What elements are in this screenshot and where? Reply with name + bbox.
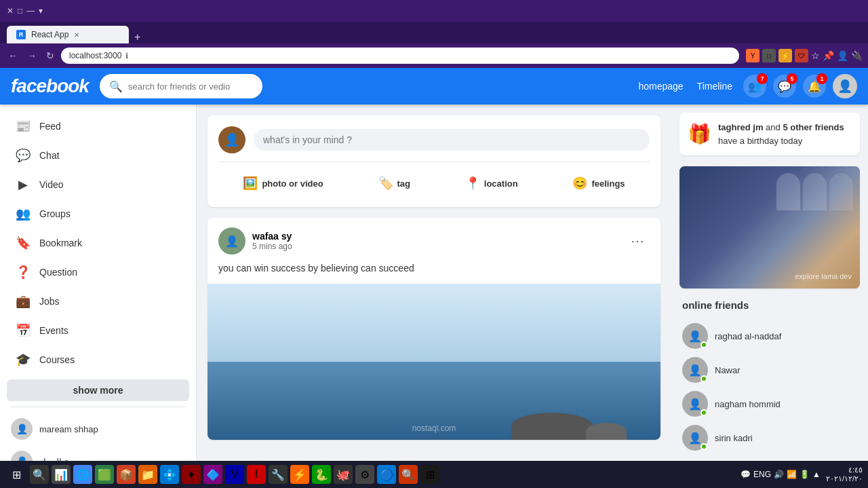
taskbar-app-5[interactable]: ♦ [182,465,201,484]
taskbar-app-4[interactable]: 💠 [160,465,179,484]
online-friend-1[interactable]: 👤 raghad al-naddaf [679,319,860,353]
taskbar-app-14[interactable]: 🔵 [377,465,396,484]
volume-icon[interactable]: 🔊 [774,470,784,479]
homepage-link[interactable]: homepage [638,81,683,92]
sidebar-label-bookmark: Bookmark [39,238,82,248]
close-btn[interactable]: ✕ [7,6,14,16]
friend-item-1[interactable]: 👤 maream shhap [0,413,196,445]
ext-icon-1[interactable]: Y [746,49,760,62]
sidebar-item-groups[interactable]: 👥 Groups [4,200,192,228]
ext-icon-2[interactable]: □ [762,49,776,62]
sidebar-label-events: Events [39,325,68,336]
active-tab[interactable]: R React App ✕ [7,26,129,43]
taskbar-app-7[interactable]: V [225,465,244,484]
ext-icon-3[interactable]: ⚡ [778,49,792,62]
online-dot-3 [701,409,707,416]
feelings-icon: 😊 [572,176,587,191]
taskbar-app-3[interactable]: 📁 [138,465,157,484]
search-input[interactable] [128,81,253,92]
system-tray: 💬 ENG 🔊 📶 🔋 ▲ [741,470,821,479]
online-friend-3[interactable]: 👤 nagham hommid [679,387,860,421]
refresh-button[interactable]: ↻ [43,49,57,62]
min-btn[interactable]: □ [18,6,22,16]
chat-tray-icon[interactable]: 💬 [741,470,751,479]
pin-icon[interactable]: 📌 [823,50,834,61]
star-icon[interactable]: ☆ [811,50,820,61]
start-button[interactable]: ⊞ [5,464,27,485]
taskbar-search[interactable]: 🔍 [30,465,49,484]
user-avatar[interactable]: 👤 [833,74,857,98]
info-icon[interactable]: ℹ [125,52,128,60]
messages-badge: 5 [787,73,797,84]
taskbar-app-11[interactable]: 🐍 [312,465,331,484]
online-name-1: raghad al-naddaf [715,331,781,341]
sidebar-label-jobs: Jobs [39,296,60,307]
taskbar-app-2[interactable]: 📦 [117,465,136,484]
sidebar-item-chat[interactable]: 💬 Chat [4,141,192,170]
feelings-action[interactable]: 😊 feelings [561,170,635,196]
location-action[interactable]: 📍 location [454,170,529,196]
ext-icon-4[interactable]: 🛡 [795,49,808,62]
show-more-button[interactable]: show more [7,379,189,401]
max-btn[interactable]: — [26,6,35,16]
address-bar[interactable]: localhost:3000 ℹ [61,48,739,64]
ad-card[interactable]: cold, smooth & tasty. explore lama dev [679,166,860,288]
tab-close-icon[interactable]: ✕ [74,31,79,39]
search-bar[interactable]: 🔍 [100,74,262,98]
new-tab-button[interactable]: + [134,31,140,43]
tag-action[interactable]: 🏷️ tag [368,170,422,196]
sidebar-item-video[interactable]: ▶ Video [4,170,192,199]
sidebar-label-chat: Chat [39,150,60,161]
birthday-name[interactable]: taghred jm [718,122,763,132]
taskbar-app-1[interactable]: 🟩 [95,465,114,484]
sidebar-item-events[interactable]: 📅 Events [4,316,192,345]
friends-icon-btn[interactable]: 👥 7 [743,75,766,98]
online-avatar-1: 👤 [682,323,708,349]
network-icon[interactable]: 📶 [787,470,797,479]
online-avatar-2: 👤 [682,357,708,383]
taskbar-app-16[interactable]: ⊞ [420,465,439,484]
sidebar-item-question[interactable]: ❓ Question [4,258,192,286]
chevron-down-icon[interactable]: ▾ [39,6,43,16]
battery-icon[interactable]: 🔋 [800,470,810,479]
window-controls[interactable]: ✕ □ — ▾ [7,6,43,16]
lang-icon[interactable]: ENG [753,470,771,479]
forward-button[interactable]: → [24,49,39,62]
extensions-icon[interactable]: 🔌 [851,50,863,61]
profile-icon[interactable]: 👤 [837,50,848,61]
taskbar-app-13[interactable]: ⚙ [355,465,374,484]
taskbar-widgets[interactable]: 📊 [52,465,71,484]
taskbar-app-6[interactable]: 🔷 [203,465,222,484]
chat-icon: 💬 [15,148,31,163]
post-menu-icon[interactable]: ⋯ [625,230,650,252]
tag-label: tag [397,179,411,189]
online-friends-section: online friends 👤 raghad al-naddaf 👤 Nawa… [679,299,860,455]
sidebar-item-courses[interactable]: 🎓 Courses [4,345,192,374]
messages-icon-btn[interactable]: 💬 5 [773,75,796,98]
sidebar-item-bookmark[interactable]: 🔖 Bookmark [4,229,192,257]
post-input-field[interactable] [254,129,650,151]
taskbar-app-12[interactable]: 🐙 [334,465,353,484]
taskbar-app-15[interactable]: 🔍 [399,465,418,484]
taskbar-app-8[interactable]: I [247,465,266,484]
tab-favicon: R [16,30,26,39]
back-button[interactable]: ← [5,49,20,62]
photo-video-action[interactable]: 🖼️ photo or video [232,170,334,196]
birthday-others: 5 other friends [783,122,844,132]
timeline-link[interactable]: Timeline [697,81,732,92]
online-friend-2[interactable]: 👤 Nawar [679,353,860,387]
taskbar-app-9[interactable]: 🔧 [269,465,288,484]
sidebar-label-video: Video [39,179,64,190]
notifications-icon-btn[interactable]: 🔔 1 [803,75,826,98]
sea-sky [208,284,660,370]
taskbar-app-10[interactable]: ⚡ [290,465,309,484]
show-desktop-icon[interactable]: ▲ [812,470,821,479]
online-dot-1 [701,341,707,348]
sidebar-item-jobs[interactable]: 💼 Jobs [4,287,192,316]
post-user-info: wafaa sy 5 mins ago [252,231,618,251]
sidebar-item-feed[interactable]: 📰 Feed [4,112,192,140]
taskbar-chrome[interactable]: 🌐 [73,465,92,484]
online-friend-4[interactable]: 👤 sirin kadri [679,421,860,455]
post-user-name[interactable]: wafaa sy [252,231,618,242]
sidebar: 📰 Feed 💬 Chat ▶ Video 👥 Groups 🔖 Bookmar… [0,105,197,488]
